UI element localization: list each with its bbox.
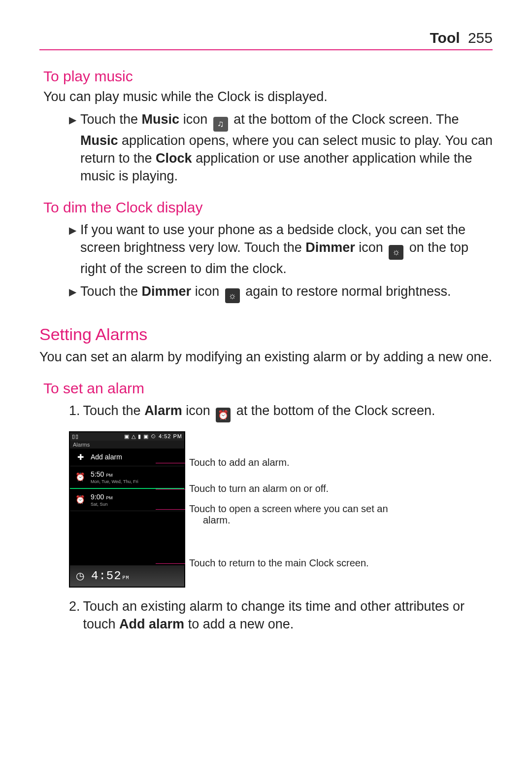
step-1: 1. Touch the Alarm icon ⏰ at the bottom … xyxy=(69,402,493,422)
intro-play-music: You can play music while the Clock is di… xyxy=(43,88,493,105)
screenshot-alarms: ▯▯ ▣ △ ▮ ▣ ⏲ 4:52 PM Alarms ✚ Add alarm … xyxy=(69,431,493,588)
add-alarm-label: Add alarm xyxy=(91,453,179,461)
leader-line xyxy=(156,509,185,510)
clock-bottom-bar[interactable]: ◷ 4:52PM xyxy=(70,565,184,587)
alarm-1-text: 5:50 PM Mon, Tue, Wed, Thu, Fri xyxy=(91,470,179,484)
manual-page: Tool 255 To play music You can play musi… xyxy=(0,0,532,765)
bullet-dim-1: ▶ If you want to use your phone as a bed… xyxy=(69,221,493,278)
page-number: 255 xyxy=(468,30,493,46)
step-2-text: Touch an existing alarm to change its ti… xyxy=(83,597,493,633)
add-alarm-row[interactable]: ✚ Add alarm xyxy=(70,449,184,466)
callout-toggle-alarm: Touch to turn an alarm on or off. xyxy=(203,483,410,494)
callout-open-alarm: Touch to open a screen where you can set… xyxy=(203,503,410,526)
leader-line xyxy=(156,489,185,489)
callout-return-clock: Touch to return to the main Clock screen… xyxy=(203,557,410,569)
clock-icon: ◷ xyxy=(76,570,84,582)
alarm-2-text: 9:00 PM Sat, Sun xyxy=(91,493,179,507)
bullet-arrow-icon: ▶ xyxy=(69,285,76,299)
leader-line xyxy=(156,563,185,564)
heading-play-music: To play music xyxy=(43,68,493,85)
bullet-play-music: ▶ Touch the Music icon ♫ at the bottom o… xyxy=(69,110,493,185)
phone-empty-area xyxy=(70,511,184,565)
alarm-toggle-icon[interactable]: ⏰ xyxy=(75,495,86,504)
alarms-section-label: Alarms xyxy=(70,441,184,449)
alarm-row-1[interactable]: ⏰ 5:50 PM Mon, Tue, Wed, Thu, Fri xyxy=(70,466,184,489)
bullet-arrow-icon: ▶ xyxy=(69,224,76,237)
status-bar: ▯▯ ▣ △ ▮ ▣ ⏲ 4:52 PM xyxy=(70,432,184,441)
heading-setting-alarms: Setting Alarms xyxy=(39,325,493,344)
intro-setting-alarms: You can set an alarm by modifying an exi… xyxy=(39,348,493,366)
bottom-time: 4:52PM xyxy=(91,569,130,583)
step-2: 2. Touch an existing alarm to change its… xyxy=(69,597,493,633)
plus-icon: ✚ xyxy=(75,452,86,462)
callout-add-alarm: Touch to add an alarm. xyxy=(203,457,410,468)
status-icons-right: ▣ △ ▮ ▣ ⏲ 4:52 PM xyxy=(124,433,182,440)
page-header: Tool 255 xyxy=(39,30,493,50)
callouts: Touch to add an alarm. Touch to turn an … xyxy=(203,431,410,569)
chapter-title: Tool xyxy=(430,30,460,46)
bullet-dim-2: ▶ Touch the Dimmer icon ☼ again to resto… xyxy=(69,282,493,303)
dimmer-icon: ☼ xyxy=(389,245,403,260)
alarm-row-2[interactable]: ⏰ 9:00 PM Sat, Sun xyxy=(70,489,184,511)
bullet-dim-1-text: If you want to use your phone as a bedsi… xyxy=(80,221,493,278)
dimmer-icon: ☼ xyxy=(225,288,240,303)
bullet-play-music-text: Touch the Music icon ♫ at the bottom of … xyxy=(80,110,493,185)
step-number: 2. xyxy=(69,597,80,615)
music-icon: ♫ xyxy=(213,117,228,132)
leader-line xyxy=(156,463,185,463)
status-icons-left: ▯▯ xyxy=(72,433,79,440)
heading-dim-clock: To dim the Clock display xyxy=(43,199,493,216)
bullet-dim-2-text: Touch the Dimmer icon ☼ again to restore… xyxy=(80,282,493,303)
alarm-toggle-icon[interactable]: ⏰ xyxy=(75,472,86,482)
bullet-arrow-icon: ▶ xyxy=(69,113,76,127)
heading-set-alarm: To set an alarm xyxy=(43,380,493,397)
step-1-text: Touch the Alarm icon ⏰ at the bottom of … xyxy=(83,402,493,422)
step-number: 1. xyxy=(69,402,80,419)
alarm-icon: ⏰ xyxy=(216,408,231,422)
